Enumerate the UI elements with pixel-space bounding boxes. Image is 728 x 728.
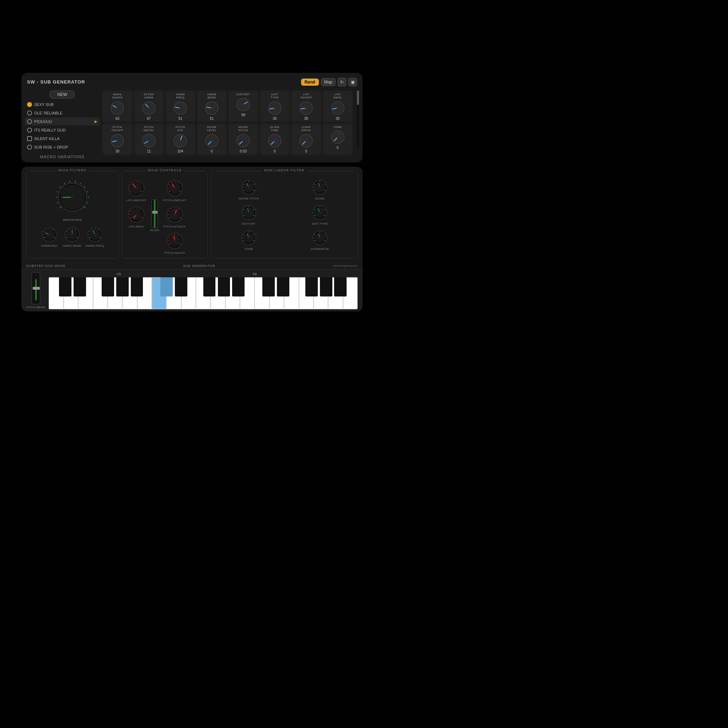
pitch-atk-knob[interactable] xyxy=(173,133,188,148)
waveshape-large-knob[interactable] xyxy=(53,178,92,217)
white-key-b4[interactable] xyxy=(137,277,152,309)
nl-dist-type-knob[interactable] xyxy=(311,204,329,222)
pitch-decay-knob-bottom[interactable] xyxy=(165,231,185,251)
svg-point-17 xyxy=(116,140,118,142)
nl-noise-pitch-knob[interactable] xyxy=(240,179,258,196)
pitch-decay-label: PITCHDECAY xyxy=(144,125,154,132)
dist-type-value: 30 xyxy=(273,116,277,121)
wave-shape-knob[interactable] xyxy=(110,100,125,116)
rand-button[interactable]: Rand xyxy=(301,78,319,86)
svg-point-197 xyxy=(319,237,321,239)
preset-item[interactable]: OLE' RELIABLE xyxy=(25,109,99,117)
svg-point-93 xyxy=(135,187,138,190)
overdrive-knob[interactable] xyxy=(298,133,314,148)
preset-name-2: OLE' RELIABLE xyxy=(34,111,63,115)
nl-distort-cell: DISTORT xyxy=(215,204,283,225)
svg-point-82 xyxy=(94,234,96,236)
refresh-icon[interactable]: ↻ xyxy=(338,78,346,86)
pitch-bend-slider[interactable] xyxy=(32,272,40,304)
white-key-a6[interactable] xyxy=(328,277,343,309)
distort-knob[interactable] xyxy=(236,97,251,112)
new-preset-button[interactable]: NEW xyxy=(50,91,75,98)
white-key-c5[interactable] xyxy=(152,277,166,309)
harm-bend-knob[interactable] xyxy=(204,100,220,116)
white-key-d5[interactable] xyxy=(166,277,181,309)
harm-freq-knob-bottom[interactable] xyxy=(86,226,104,243)
distort-value: 99 xyxy=(242,113,245,117)
pitch-onoff-knob[interactable] xyxy=(110,133,125,148)
white-key-f4[interactable] xyxy=(93,277,108,309)
nl-noise-knob[interactable] xyxy=(311,179,329,196)
wave-shape-label: WAVESHAPE xyxy=(112,93,122,99)
dist-type-knob[interactable] xyxy=(267,100,283,116)
tone-label: TONE xyxy=(333,125,342,129)
harm-freq-knob[interactable] xyxy=(173,100,188,116)
svg-point-23 xyxy=(211,140,213,142)
preset-item-active[interactable]: PIOUUUU ▶ xyxy=(25,118,99,125)
wave-shape-value: 63 xyxy=(116,116,119,121)
preset-item[interactable]: SUB RISE + DROP xyxy=(25,143,99,151)
pitch-decay-knob[interactable] xyxy=(141,133,157,148)
pitch-attack-cell: PITCH ATTACK xyxy=(164,205,186,228)
nl-distort-knob[interactable] xyxy=(240,204,258,222)
preset-icon-2 xyxy=(27,110,32,116)
svg-point-115 xyxy=(173,187,176,190)
preset-item[interactable]: ITS REALLY GUD xyxy=(25,126,99,134)
white-key-a5[interactable] xyxy=(225,277,240,309)
white-key-f5[interactable] xyxy=(196,277,210,309)
dist-type-label: DISTTYPE xyxy=(271,93,279,99)
preset-item[interactable]: SILENT KILLA xyxy=(25,135,99,142)
nl-tone-knob[interactable] xyxy=(240,229,258,247)
white-key-d4[interactable] xyxy=(64,277,78,309)
white-key-g6[interactable] xyxy=(314,277,328,309)
nl-noise-pitch-cell: NOISE PITCH xyxy=(215,179,283,200)
lfo-amount-knob[interactable] xyxy=(127,179,146,198)
noise-level-knob[interactable] xyxy=(204,133,220,148)
tone-knob[interactable] xyxy=(330,129,346,145)
white-key-b6[interactable] xyxy=(343,277,358,309)
white-key-e4[interactable] xyxy=(78,277,93,309)
svg-point-147 xyxy=(248,186,250,188)
white-key-a4[interactable] xyxy=(122,277,137,309)
save-icon[interactable]: ▣ xyxy=(348,78,357,86)
extra-harm-knob[interactable] xyxy=(141,100,157,116)
harm-bend-knob-bottom[interactable] xyxy=(63,226,81,243)
svg-point-27 xyxy=(274,140,276,142)
nl-overdrive-label: OVERDRIVE xyxy=(310,248,329,251)
piano-keys[interactable] xyxy=(49,277,358,309)
white-key-f6[interactable] xyxy=(299,277,314,309)
white-key-d6[interactable] xyxy=(269,277,284,309)
noise-pitch-knob[interactable] xyxy=(236,133,251,148)
svg-point-157 xyxy=(319,186,321,188)
glide-label: GLIDE xyxy=(150,229,160,232)
white-key-c6[interactable] xyxy=(254,277,269,309)
pitch-attack-knob[interactable] xyxy=(165,205,185,224)
white-key-c4[interactable] xyxy=(49,277,63,309)
white-key-b5[interactable] xyxy=(240,277,254,309)
white-key-g5[interactable] xyxy=(210,277,225,309)
lfo-rate-knob[interactable] xyxy=(330,100,346,116)
svg-point-187 xyxy=(248,237,250,239)
white-key-e6[interactable] xyxy=(284,277,298,309)
distort-label: DISTORT xyxy=(236,93,250,96)
svg-point-19 xyxy=(148,140,150,142)
harmonic-knob[interactable] xyxy=(41,226,58,243)
white-key-e5[interactable] xyxy=(181,277,196,309)
scrollbar-track[interactable] xyxy=(357,91,359,147)
nl-overdrive-knob[interactable] xyxy=(311,229,329,247)
overdrive-label: OVERDRIVE xyxy=(301,125,311,132)
glide-slider[interactable] xyxy=(151,199,158,228)
glide-slider-container: GLIDE xyxy=(150,199,160,232)
top-header-right: Rand Map ↻ ▣ xyxy=(301,78,357,86)
lfo-onoff-knob[interactable] xyxy=(298,100,314,116)
svg-point-31 xyxy=(336,136,339,138)
wave-shape-knob-cell: WAVESHAPE 63 xyxy=(102,91,133,122)
harm-bend-label: HARMBEND xyxy=(207,93,217,99)
map-button[interactable]: Map xyxy=(321,78,336,86)
preset-item[interactable]: SEXY SUB xyxy=(25,101,99,109)
lfo-rate-knob-bottom[interactable] xyxy=(127,205,146,224)
pitch-amount-knob[interactable] xyxy=(165,179,185,198)
pitch-attack-label: PITCH ATTACK xyxy=(164,225,186,228)
white-key-g4[interactable] xyxy=(108,277,122,309)
glide-time-knob[interactable] xyxy=(267,133,283,148)
